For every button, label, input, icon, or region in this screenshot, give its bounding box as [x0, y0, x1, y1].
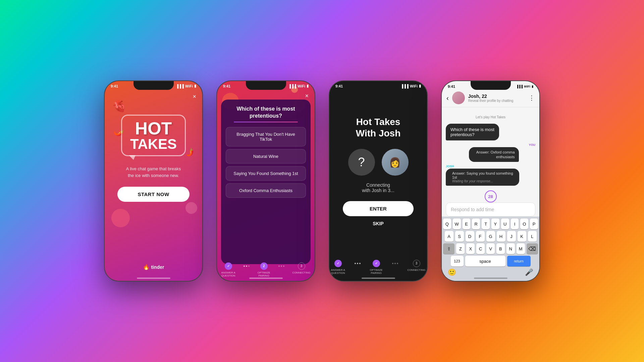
answer-option-1[interactable]: Bragging That You Don't Have TikTok — [226, 127, 306, 146]
question-card: Which of these is most pretentious? Brag… — [221, 100, 311, 264]
answer-option-2[interactable]: Natural Wine — [226, 149, 306, 164]
key-H[interactable]: H — [497, 231, 505, 242]
key-M[interactable]: M — [517, 243, 525, 254]
avatars-row: ? 👩 — [348, 149, 409, 176]
battery-icon-4: ▮ — [532, 85, 533, 88]
josh-avatar — [452, 92, 465, 104]
key-O[interactable]: O — [520, 219, 528, 229]
home-indicator-3 — [362, 278, 395, 279]
wifi-icon-2: WiFi — [298, 84, 305, 88]
phone1-content: HOT TAKES A live chat game that breaks t… — [105, 81, 202, 281]
step3-dots-12 — [355, 263, 361, 275]
avatar-josh: 👩 — [382, 149, 409, 176]
close-button-2[interactable]: × — [305, 93, 309, 100]
home-indicator-2 — [249, 278, 283, 279]
signal-icon-2: ▐▐▐ — [288, 84, 296, 88]
skip-button[interactable]: SKIP — [373, 221, 384, 226]
key-Y[interactable]: Y — [491, 219, 499, 229]
phone-1: 🫀 🌶️ 🌶️ 9:41 ▐▐▐ WiFi ▮ × HOT TAKES A li… — [104, 80, 203, 282]
hot-takes-logo: HOT TAKES — [121, 115, 186, 156]
hot-text: HOT — [130, 120, 177, 137]
keyboard: Q W E R T Y U I O P A S D F G H J K L ⇧ … — [442, 217, 539, 281]
delete-key[interactable]: ⌫ — [527, 243, 538, 254]
status-icons-2: ▐▐▐ WiFi ▮ — [288, 84, 309, 88]
numbers-key[interactable]: 123 — [451, 256, 464, 266]
key-K[interactable]: K — [518, 231, 526, 242]
you-label: YOU — [469, 143, 535, 146]
key-J[interactable]: J — [507, 231, 516, 242]
return-key[interactable]: return — [507, 256, 531, 266]
home-indicator-1 — [137, 278, 170, 279]
key-T[interactable]: T — [482, 219, 490, 229]
key-C[interactable]: C — [476, 243, 485, 254]
respond-input[interactable]: Respond to add time — [446, 202, 535, 217]
wifi-icon-1: WiFi — [185, 84, 193, 88]
key-S[interactable]: S — [455, 231, 464, 242]
step3-circle-2: ✓ — [373, 260, 380, 267]
space-key[interactable]: space — [465, 256, 505, 266]
chat-user-name: Josh, 22 — [468, 94, 525, 99]
key-Q[interactable]: Q — [443, 219, 451, 229]
takes-text: TAKES — [130, 137, 177, 151]
key-P[interactable]: P — [530, 219, 538, 229]
status-bar-1: 9:41 ▐▐▐ WiFi ▮ — [105, 81, 202, 89]
phone-3: 9:41 ▐▐▐ WiFi ▮ Hot Takes With Josh ? 👩 … — [329, 80, 428, 282]
time-2: 9:41 — [223, 84, 230, 88]
key-W[interactable]: W — [453, 219, 461, 229]
step3-circle-3: 3 — [413, 260, 420, 267]
battery-icon-2: ▮ — [307, 84, 309, 88]
key-E[interactable]: E — [463, 219, 471, 229]
chat-body: Let's play Hot Takes Which of these is m… — [442, 112, 539, 214]
steps-bar-2: ✓ ANSWER AQUESTION 2 OPTIMIZEPAIRING 3 C… — [217, 262, 315, 278]
key-D[interactable]: D — [466, 231, 474, 242]
keyboard-row-3: ⇧ Z X C V B N M ⌫ — [443, 243, 538, 254]
start-now-button[interactable]: START NOW — [117, 187, 189, 202]
shift-key[interactable]: ⇧ — [443, 243, 454, 254]
key-B[interactable]: B — [496, 243, 505, 254]
battery-icon-1: ▮ — [194, 84, 196, 88]
key-U[interactable]: U — [501, 219, 509, 229]
key-I[interactable]: I — [511, 219, 519, 229]
signal-icon-4: ▐▐▐ — [516, 85, 523, 88]
tinder-brand: tinder — [151, 264, 164, 270]
step-label-2: OPTIMIZEPAIRING — [258, 271, 270, 278]
enter-button[interactable]: ENTER — [343, 201, 414, 216]
key-R[interactable]: R — [472, 219, 480, 229]
chat-user-sub: Reveal their profile by chatting — [468, 99, 525, 103]
key-Z[interactable]: Z — [456, 243, 465, 254]
keyboard-row-1: Q W E R T Y U I O P — [443, 219, 538, 229]
phone-4: 9:41 ▐▐▐ WiFi ▮ ‹ Josh, 22 Reveal their … — [441, 80, 540, 282]
step-circle-3: 3 — [298, 262, 305, 270]
josh-photo: 👩 — [382, 149, 409, 176]
tinder-logo: 🔥 tinder — [143, 264, 164, 270]
key-F[interactable]: F — [476, 231, 485, 242]
josh-answer-bubble: Answer: Saying you found something 1st W… — [446, 169, 519, 186]
emoji-button[interactable]: 🙂 — [448, 268, 456, 276]
step-label-3: CONNECTING — [292, 271, 311, 275]
timer-circle: 28 — [485, 190, 497, 202]
chat-header: ‹ Josh, 22 Reveal their profile by chatt… — [442, 89, 539, 107]
step-3-3: 3 CONNECTING — [408, 260, 426, 275]
status-icons-4: ▐▐▐ WiFi ▮ — [516, 85, 533, 88]
step3-label-2: OPTIMIZEPAIRING — [370, 268, 383, 275]
mic-button[interactable]: 🎤 — [525, 268, 533, 276]
key-N[interactable]: N — [506, 243, 515, 254]
status-icons-1: ▐▐▐ WiFi ▮ — [176, 84, 196, 88]
close-button-1[interactable]: × — [193, 93, 196, 100]
key-V[interactable]: V — [486, 243, 495, 254]
connecting-text: Connecting with Josh in 3... — [362, 182, 394, 193]
answer-option-3[interactable]: Saying You Found Something 1st — [226, 166, 306, 181]
avatar-unknown: ? — [348, 149, 375, 176]
key-X[interactable]: X — [466, 243, 475, 254]
connecting-title: Hot Takes With Josh — [356, 116, 401, 139]
key-G[interactable]: G — [486, 231, 495, 242]
menu-dots[interactable]: ⋮ — [529, 94, 535, 102]
step-3-2: ✓ OPTIMIZEPAIRING — [370, 260, 383, 275]
back-button[interactable]: ‹ — [446, 94, 449, 102]
josh-answer-text: Answer: Saying you found something 1st — [452, 171, 516, 179]
answer-option-4[interactable]: Oxford Comma Enthusiasts — [226, 183, 306, 198]
step-circle-2: 2 — [260, 262, 268, 270]
key-L[interactable]: L — [528, 231, 537, 242]
time-4: 9:41 — [448, 84, 455, 88]
key-A[interactable]: A — [445, 231, 453, 242]
